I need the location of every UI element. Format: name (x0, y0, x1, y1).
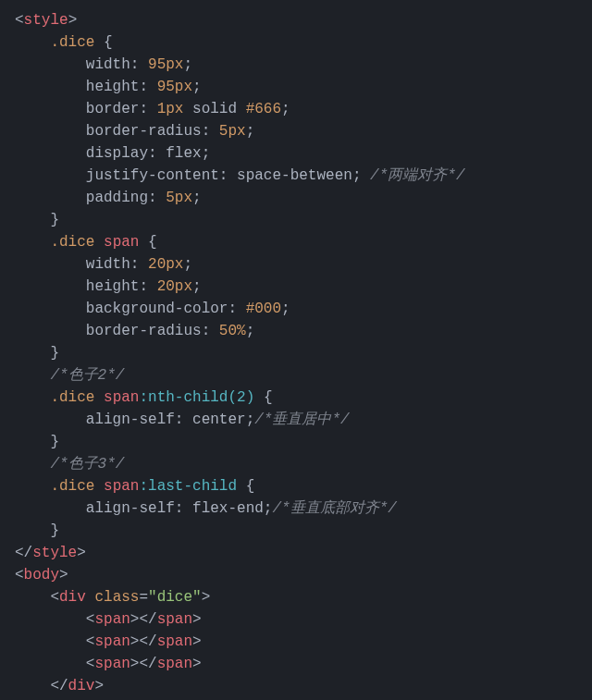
code-token: flex (166, 145, 201, 162)
code-token: :last-child (139, 478, 237, 495)
code-token (15, 500, 86, 517)
code-token: : (139, 79, 156, 95)
code-token: = (139, 589, 148, 606)
code-token (94, 34, 104, 51)
code-token: < (86, 633, 95, 650)
code-token (15, 145, 86, 162)
code-token: 50% (219, 323, 246, 339)
code-token (15, 79, 86, 95)
code-token (15, 478, 50, 495)
code-token (15, 301, 86, 317)
code-token: height (86, 79, 140, 95)
code-token (15, 589, 50, 606)
code-token (94, 389, 104, 406)
code-token: ></ (130, 633, 157, 650)
code-token: > (68, 12, 78, 29)
code-token: class (94, 589, 139, 606)
code-token (94, 234, 104, 251)
code-token (15, 101, 86, 117)
code-token: 95px (157, 79, 192, 95)
code-token: ; (281, 301, 290, 317)
code-token: : (139, 278, 156, 295)
code-token: 5px (219, 123, 246, 140)
code-token (183, 101, 192, 117)
code-token: </ (15, 545, 32, 561)
code-token: span (94, 633, 130, 650)
code-token: : (202, 323, 219, 339)
code-token (15, 522, 50, 539)
code-token: : (219, 167, 237, 184)
code-token: { (246, 478, 255, 495)
code-token: border (86, 101, 140, 117)
code-token (15, 234, 50, 251)
code-token (15, 434, 50, 450)
code-token: span (94, 611, 130, 628)
code-token (15, 278, 86, 295)
code-token: border-radius (86, 123, 202, 140)
code-token (94, 478, 104, 495)
code-token (15, 611, 86, 628)
code-token: #666 (246, 101, 281, 117)
code-token: { (104, 34, 113, 51)
code-token: > (59, 567, 68, 583)
code-token: "dice" (148, 589, 202, 606)
code-token: ; (192, 79, 202, 95)
code-token: 20px (157, 278, 192, 295)
code-token (254, 389, 264, 406)
code-token: > (94, 678, 104, 694)
code-token: align-self (86, 500, 175, 517)
code-token (15, 411, 86, 428)
code-token: span (157, 633, 192, 650)
code-token: > (77, 545, 86, 561)
code-token: : (148, 190, 166, 206)
code-token: :nth-child(2) (139, 389, 254, 406)
code-token: ; (246, 123, 255, 140)
code-token: span (104, 234, 139, 251)
code-token: ; (183, 256, 192, 273)
code-token: style (24, 12, 68, 29)
code-token: background-color (86, 301, 228, 317)
code-token: .dice (50, 34, 94, 51)
code-block: <style> .dice { width: 95px; height: 95p… (0, 0, 592, 700)
code-token (15, 633, 86, 650)
code-token: ; (202, 145, 211, 162)
code-token (15, 323, 86, 339)
code-token: : (148, 145, 166, 162)
code-token: /*垂直居中*/ (254, 411, 349, 428)
code-token: 20px (148, 256, 183, 273)
code-token: } (50, 434, 59, 450)
code-token: div (59, 589, 86, 606)
code-token: ></ (130, 656, 157, 672)
code-token: ; (281, 101, 290, 117)
code-token: span (94, 656, 130, 672)
code-token: < (50, 589, 59, 606)
code-token: 1px (157, 101, 184, 117)
code-token (237, 478, 246, 495)
code-token: span (157, 611, 192, 628)
code-token: < (86, 611, 95, 628)
code-token: style (32, 545, 77, 561)
code-token: < (86, 656, 95, 672)
code-token: </ (50, 678, 68, 694)
code-token: : (175, 411, 192, 428)
code-token: padding (86, 190, 148, 206)
code-token: /*色子2*/ (50, 367, 124, 384)
code-token: display (86, 145, 148, 162)
code-token: ; (246, 323, 255, 339)
code-token (15, 345, 50, 362)
code-token: 5px (166, 190, 192, 206)
code-token: > (192, 611, 202, 628)
code-token: flex-end (192, 500, 264, 517)
code-token: span (104, 389, 139, 406)
code-token (15, 167, 86, 184)
code-token (15, 190, 86, 206)
code-token: > (192, 656, 202, 672)
code-token: justify-content (86, 167, 219, 184)
code-token: ; (352, 167, 370, 184)
code-token: /*两端对齐*/ (370, 167, 464, 184)
code-token: > (202, 589, 211, 606)
code-token: { (264, 389, 273, 406)
code-token: span (157, 656, 192, 672)
code-token: : (202, 123, 219, 140)
code-token (15, 123, 86, 140)
